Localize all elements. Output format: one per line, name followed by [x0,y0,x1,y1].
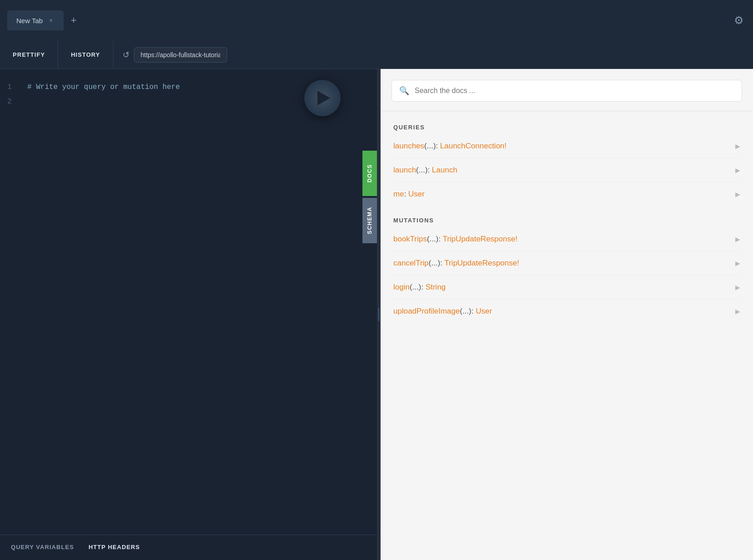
search-icon: 🔍 [399,86,409,96]
mutations-label: MUTATIONS [393,217,740,224]
query-launches-arrow: ▶ [735,142,740,150]
query-launch-arrow: ▶ [735,167,740,174]
tab-bar: New Tab × + [7,10,82,30]
query-launch-text: launch(...): Launch [393,166,457,175]
prettify-button[interactable]: PRETTIFY [0,41,58,69]
bottom-bar: QUERY VARIABLES HTTP HEADERS [0,535,377,560]
line-numbers: 1 2 [0,69,12,109]
play-icon [317,91,330,105]
query-me-text: me: User [393,190,425,199]
docs-panel: 🔍 QUERIES launches(...): LaunchConnectio… [381,69,753,560]
schema-tab[interactable]: SCHEMA [362,198,377,243]
mutation-canceltrip-arrow: ▶ [735,260,740,267]
line-number-2: 2 [7,94,12,109]
docs-tab[interactable]: DOCS [362,151,377,196]
http-headers-tab[interactable]: HTTP HEADERS [89,544,140,551]
settings-icon[interactable]: ⚙ [734,14,744,27]
query-launches[interactable]: launches(...): LaunchConnection! ▶ [393,134,740,158]
mutation-canceltrip[interactable]: cancelTrip(...): TripUpdateResponse! ▶ [393,251,740,275]
queries-section: QUERIES launches(...): LaunchConnection!… [393,124,740,206]
editor-area[interactable]: 1 2 # Write your query or mutation here [0,69,377,535]
mutation-login-text: login(...): String [393,283,446,292]
side-tabs: DOCS SCHEMA [362,151,377,243]
main-layout: 1 2 # Write your query or mutation here … [0,69,753,560]
mutation-booktrips[interactable]: bookTrips(...): TripUpdateResponse! ▶ [393,227,740,251]
mutation-booktrips-text: bookTrips(...): TripUpdateResponse! [393,235,517,244]
mutation-uploadprofileimage-arrow: ▶ [735,308,740,315]
mutation-uploadprofileimage[interactable]: uploadProfileImage(...): User ▶ [393,300,740,323]
mutation-login[interactable]: login(...): String ▶ [393,275,740,300]
queries-label: QUERIES [393,124,740,131]
run-button[interactable] [304,80,341,116]
search-container: 🔍 [381,69,753,111]
panel-divider[interactable] [377,69,381,560]
mutation-uploadprofileimage-text: uploadProfileImage(...): User [393,307,492,316]
query-me-arrow: ▶ [735,191,740,198]
query-variables-tab[interactable]: QUERY VARIABLES [11,544,74,551]
mutation-canceltrip-text: cancelTrip(...): TripUpdateResponse! [393,259,519,268]
browser-chrome: New Tab × + ⚙ [0,0,753,41]
query-me[interactable]: me: User ▶ [393,182,740,206]
search-bar: 🔍 [391,80,742,102]
mutation-login-arrow: ▶ [735,284,740,291]
search-input[interactable] [415,87,734,95]
query-launch[interactable]: launch(...): Launch ▶ [393,158,740,182]
history-button[interactable]: HISTORY [58,41,113,69]
url-input[interactable] [134,47,227,63]
active-tab[interactable]: New Tab × [7,10,64,30]
code-content: # Write your query or mutation here [23,69,377,535]
mutation-booktrips-arrow: ▶ [735,236,740,243]
refresh-icon[interactable]: ↺ [123,50,129,60]
close-tab-icon[interactable]: × [47,17,54,24]
url-bar: ↺ [114,47,236,63]
mutations-section: MUTATIONS bookTrips(...): TripUpdateResp… [393,217,740,323]
new-tab-button[interactable]: + [65,12,82,29]
docs-content: QUERIES launches(...): LaunchConnection!… [381,111,753,323]
editor-panel: 1 2 # Write your query or mutation here … [0,69,377,560]
line-number-1: 1 [7,80,12,94]
tab-label: New Tab [16,17,43,25]
toolbar: PRETTIFY HISTORY ↺ [0,41,753,69]
query-launches-text: launches(...): LaunchConnection! [393,142,507,151]
toolbar-left: PRETTIFY HISTORY ↺ [0,41,236,69]
